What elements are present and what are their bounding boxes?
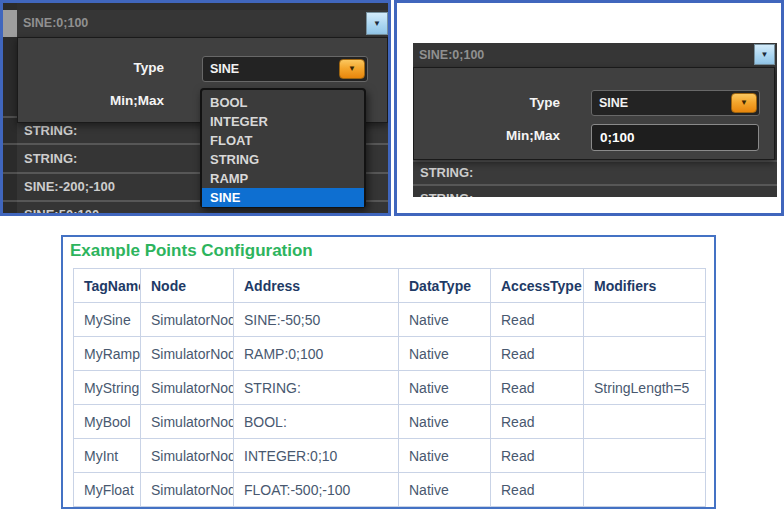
type-combobox[interactable]: SINE ▼ [591, 90, 760, 116]
type-option-sine-selected[interactable]: SINE [202, 188, 364, 207]
address-cell-editing[interactable]: SINE:0;100 ▼ [17, 10, 388, 37]
address-type-popup: Type SINE ▼ Min;Max [413, 67, 775, 160]
cell-tagname: MyRamp [74, 337, 141, 371]
type-option-integer[interactable]: INTEGER [202, 112, 364, 131]
cell-datatype: Native [399, 303, 491, 337]
cell-node: SimulatorNode [141, 337, 234, 371]
cell-accesstype: Read [491, 439, 584, 473]
type-dropdown-list: BOOL INTEGER FLOAT STRING RAMP SINE [200, 88, 366, 208]
type-option-string[interactable]: STRING [202, 150, 364, 169]
minmax-input[interactable] [591, 124, 759, 151]
cell-datatype: Native [399, 439, 491, 473]
cell-tagname: MyString [74, 371, 141, 405]
table-row: MyFloat SimulatorNode FLOAT:-500;-100 Na… [74, 473, 706, 507]
cell-node: SimulatorNode [141, 439, 234, 473]
chevron-down-icon: ▼ [373, 20, 381, 28]
col-header-datatype: DataType [399, 269, 491, 303]
cell-datatype: Native [399, 473, 491, 507]
type-option-bool[interactable]: BOOL [202, 93, 364, 112]
address-editor-panel-minmax: SINE:0;100 ▼ Type SINE ▼ Min;Max STRING:… [394, 0, 784, 216]
address-cell-value: SINE:0;100 [23, 16, 88, 30]
cell-tagname: MyInt [74, 439, 141, 473]
screenshot-root: STRING: STRING: SINE:-200;-100 SINE:50;1… [0, 0, 784, 513]
cell-accesstype: Read [491, 405, 584, 439]
chevron-down-icon: ▼ [740, 99, 748, 107]
address-cell-editing[interactable]: SINE:0;100 ▼ [413, 43, 777, 67]
card-title: Example Points Configuration [70, 241, 313, 261]
cell-node: SimulatorNode [141, 371, 234, 405]
col-header-accesstype: AccessType [491, 269, 584, 303]
type-combobox-value: SINE [599, 91, 628, 115]
address-editor-panel-dropdown-open: STRING: STRING: SINE:-200;-100 SINE:50;1… [0, 0, 391, 216]
cell-address: INTEGER:0;10 [234, 439, 399, 473]
cell-tagname: MyFloat [74, 473, 141, 507]
grid-row-address[interactable]: STRING: [413, 160, 777, 184]
table-row: MyInt SimulatorNode INTEGER:0;10 Native … [74, 439, 706, 473]
col-header-tagname: TagName [74, 269, 141, 303]
cell-tagname: MyBool [74, 405, 141, 439]
cell-address: STRING: [234, 371, 399, 405]
type-option-float[interactable]: FLOAT [202, 131, 364, 150]
type-combobox-dropdown-button[interactable]: ▼ [339, 59, 365, 79]
cell-node: SimulatorNode [141, 303, 234, 337]
open-address-editor-button[interactable]: ▼ [366, 12, 388, 35]
cell-accesstype: Read [491, 303, 584, 337]
cell-modifiers [584, 337, 706, 371]
type-combobox-value: SINE [210, 57, 239, 81]
type-option-ramp[interactable]: RAMP [202, 169, 364, 188]
table-row: MyString SimulatorNode STRING: Native Re… [74, 371, 706, 405]
cell-datatype: Native [399, 371, 491, 405]
col-header-address: Address [234, 269, 399, 303]
address-cell-value: SINE:0;100 [419, 48, 484, 62]
row-selector-cell[interactable] [3, 10, 17, 37]
cell-modifiers [584, 303, 706, 337]
cell-modifiers [584, 439, 706, 473]
gutter-divider [3, 200, 17, 202]
table-header-row: TagName Node Address DataType AccessType… [74, 269, 706, 303]
cell-node: SimulatorNode [141, 473, 234, 507]
minmax-label: Min;Max [18, 93, 164, 108]
open-address-editor-button[interactable]: ▼ [754, 44, 775, 65]
cell-modifiers: StringLength=5 [584, 371, 706, 405]
cell-address: FLOAT:-500;-100 [234, 473, 399, 507]
type-label: Type [18, 60, 164, 75]
example-points-card: Example Points Configuration TagName Nod… [61, 235, 716, 509]
table-row: MySine SimulatorNode SINE:-50;50 Native … [74, 303, 706, 337]
cell-node: SimulatorNode [141, 405, 234, 439]
cell-datatype: Native [399, 337, 491, 371]
gutter-divider [3, 143, 17, 145]
simulator-address-grid: SINE:0;100 ▼ Type SINE ▼ Min;Max STRING:… [413, 43, 777, 197]
cell-datatype: Native [399, 405, 491, 439]
gutter-divider [3, 172, 17, 174]
table-row: MyBool SimulatorNode BOOL: Native Read [74, 405, 706, 439]
chevron-down-icon: ▼ [761, 51, 769, 59]
cell-modifiers [584, 405, 706, 439]
minmax-label: Min;Max [414, 128, 560, 143]
cell-accesstype: Read [491, 371, 584, 405]
col-header-node: Node [141, 269, 234, 303]
cell-tagname: MySine [74, 303, 141, 337]
grid-row-address[interactable]: STRING: [413, 184, 777, 197]
cell-address: SINE:-50;50 [234, 303, 399, 337]
cell-address: RAMP:0;100 [234, 337, 399, 371]
cell-address: BOOL: [234, 405, 399, 439]
cell-accesstype: Read [491, 473, 584, 507]
gutter-divider [3, 116, 17, 118]
row-selector-gutter [3, 3, 17, 213]
chevron-down-icon: ▼ [348, 65, 356, 73]
type-label: Type [414, 95, 560, 110]
cell-modifiers [584, 473, 706, 507]
type-combobox[interactable]: SINE ▼ [202, 56, 368, 82]
col-header-modifiers: Modifiers [584, 269, 706, 303]
cell-accesstype: Read [491, 337, 584, 371]
points-table: TagName Node Address DataType AccessType… [73, 268, 706, 507]
type-combobox-dropdown-button[interactable]: ▼ [731, 93, 757, 113]
table-row: MyRamp SimulatorNode RAMP:0;100 Native R… [74, 337, 706, 371]
